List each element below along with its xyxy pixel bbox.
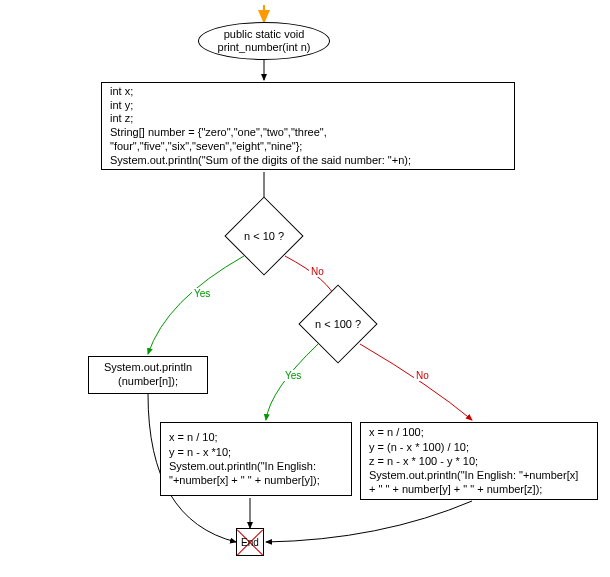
out1-block: System.out.println (number[n]); [88,356,208,394]
end-text: End [241,537,259,548]
out3-text: x = n / 100; y = (n - x * 100) / 10; z =… [369,425,578,496]
cond2-yes-label: Yes [283,370,303,381]
cond2-text: n < 100 ? [315,318,361,330]
end-node: End [236,528,264,556]
cond1-yes-label: Yes [192,288,212,299]
out3-block: x = n / 100; y = (n - x * 100) / 10; z =… [360,422,598,500]
out2-block: x = n / 10; y = n - x *10; System.out.pr… [160,422,352,496]
out2-text: x = n / 10; y = n - x *10; System.out.pr… [169,430,320,487]
decl-text: int x; int y; int z; String[] number = {… [110,85,411,168]
cond1-text: n < 10 ? [244,230,284,242]
decl-block: int x; int y; int z; String[] number = {… [101,82,515,170]
out1-text: System.out.println (number[n]); [104,361,192,389]
start-label: public static void print_number(int n) [218,28,311,54]
cond1-diamond: n < 10 ? [224,196,303,275]
start-node: public static void print_number(int n) [198,22,330,60]
cond1-no-label: No [309,266,326,277]
cond2-diamond: n < 100 ? [298,284,377,363]
cond2-no-label: No [414,370,431,381]
